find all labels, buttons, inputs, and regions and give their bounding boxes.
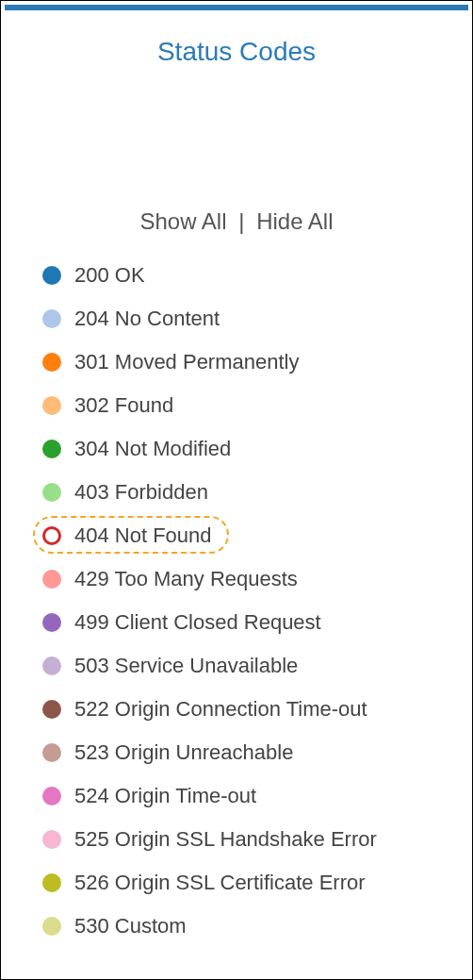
legend-color-dot [42,656,61,675]
legend-item[interactable]: 404 Not Found [42,523,434,548]
legend-item[interactable]: 522 Origin Connection Time-out [42,697,434,722]
legend-color-dot [42,743,61,762]
legend-item[interactable]: 429 Too Many Requests [42,567,434,591]
legend-item[interactable]: 526 Origin SSL Certificate Error [42,871,434,895]
legend-color-dot [42,526,61,545]
visibility-controls: Show All | Hide All [39,208,434,235]
status-code-legend: 200 OK204 No Content301 Moved Permanentl… [39,263,434,938]
legend-color-dot [42,483,61,502]
legend-item-label: 404 Not Found [74,523,212,548]
legend-item-label: 523 Origin Unreachable [74,740,293,765]
legend-color-dot [42,440,61,458]
legend-color-dot [42,830,61,849]
legend-item-label: 525 Origin SSL Handshake Error [74,827,377,852]
legend-item-label: 530 Custom [74,914,187,938]
legend-color-dot [42,266,61,285]
legend-item-label: 526 Origin SSL Certificate Error [74,871,366,895]
legend-item[interactable]: 530 Custom [42,914,434,938]
legend-color-dot [42,309,61,328]
legend-item-label: 200 OK [74,263,145,288]
controls-separator: | [238,208,244,234]
legend-item[interactable]: 304 Not Modified [42,437,434,461]
legend-color-dot [42,396,61,415]
legend-item[interactable]: 523 Origin Unreachable [42,740,434,765]
legend-item-label: 429 Too Many Requests [74,567,298,591]
legend-item[interactable]: 503 Service Unavailable [42,654,434,678]
legend-item[interactable]: 204 No Content [42,307,434,331]
legend-color-dot [42,700,61,719]
legend-item[interactable]: 301 Moved Permanently [42,350,434,374]
show-all-link[interactable]: Show All [139,208,226,234]
legend-item-label: 499 Client Closed Request [74,610,321,635]
legend-item[interactable]: 525 Origin SSL Handshake Error [42,827,434,852]
legend-color-dot [42,917,61,936]
legend-color-dot [42,787,61,806]
legend-item[interactable]: 403 Forbidden [42,480,434,505]
legend-item[interactable]: 200 OK [42,263,434,288]
legend-item-label: 524 Origin Time-out [74,784,256,808]
legend-color-dot [42,873,61,892]
legend-item[interactable]: 499 Client Closed Request [42,610,434,635]
panel-title: Status Codes [1,37,472,67]
legend-item-label: 403 Forbidden [74,480,208,505]
legend-item-label: 503 Service Unavailable [74,654,298,678]
legend-color-dot [42,353,61,372]
legend-item-label: 301 Moved Permanently [74,350,299,374]
legend-item-label: 204 No Content [74,307,220,331]
hide-all-link[interactable]: Hide All [256,208,333,234]
legend-item-label: 302 Found [74,393,173,418]
legend-color-dot [42,613,61,632]
legend-item-label: 522 Origin Connection Time-out [74,697,367,722]
legend-item[interactable]: 302 Found [42,393,434,418]
legend-item-label: 304 Not Modified [74,437,231,461]
tab-indicator-bar [5,5,468,10]
legend-item[interactable]: 524 Origin Time-out [42,784,434,808]
legend-color-dot [42,570,61,589]
panel-content: Show All | Hide All 200 OK204 No Content… [1,208,472,938]
